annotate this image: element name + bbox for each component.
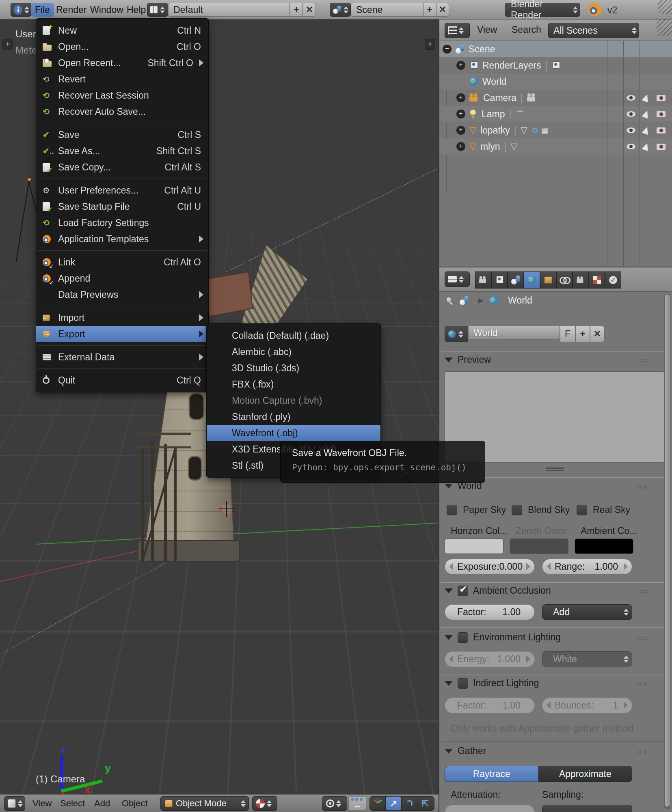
ao-blend-dropdown[interactable]: Add <box>542 604 632 620</box>
translate-manipulator-button[interactable]: ↗ <box>386 797 402 810</box>
file-menu-revert[interactable]: ⟲ Revert <box>36 71 208 87</box>
file-menu-data-previews[interactable]: Data Previews <box>36 286 208 303</box>
export-collada[interactable]: Collada (Default) (.dae) <box>207 327 380 344</box>
file-menu-application-templates[interactable]: Application Templates <box>36 231 208 247</box>
selectability-cursor-icon[interactable] <box>642 110 650 118</box>
export-obj[interactable]: Wavefront (.obj) <box>207 425 380 441</box>
tab-render-layers[interactable] <box>491 271 508 289</box>
rotate-manipulator-button[interactable] <box>402 797 417 810</box>
file-menu-quit[interactable]: QuitCtrl Q <box>36 372 208 388</box>
properties-scrollbar[interactable] <box>664 294 670 809</box>
outliner-row-renderlayers[interactable]: + RenderLayers | <box>439 57 672 73</box>
outliner-row-camera[interactable]: + Camera | <box>439 90 672 106</box>
zenith-color-swatch[interactable] <box>510 538 568 554</box>
selectability-cursor-icon[interactable] <box>642 126 650 135</box>
file-menu-save-startup-file[interactable]: Save Startup FileCtrl U <box>36 198 208 215</box>
pin-icon[interactable] <box>446 297 454 305</box>
screen-layout-icon-selector[interactable] <box>147 3 168 17</box>
file-menu-save-as[interactable]: ✔.. Save As...Shift Ctrl S <box>36 143 208 159</box>
file-menu-export[interactable]: Export <box>36 326 208 342</box>
outliner-editor-type-selector[interactable] <box>445 23 470 38</box>
paper-sky-checkbox[interactable]: Paper Sky <box>447 504 506 515</box>
ambient-color-swatch[interactable] <box>575 538 633 554</box>
menu-render[interactable]: Render <box>52 3 91 17</box>
indirect-lighting-checkbox[interactable] <box>458 678 468 689</box>
ao-checkbox[interactable] <box>458 586 468 596</box>
file-menu-save[interactable]: ✔ SaveCtrl S <box>36 127 208 143</box>
region-resize-grip[interactable] <box>657 19 672 36</box>
visibility-eye-icon[interactable] <box>627 144 635 149</box>
export-3ds[interactable]: 3D Studio (.3ds) <box>207 360 380 376</box>
properties-region-expand-tab[interactable]: + <box>425 39 435 50</box>
panel-drag-handle[interactable] <box>637 590 648 594</box>
sampling-dropdown-cut[interactable] <box>542 805 632 812</box>
fake-user-button[interactable]: F <box>560 326 575 342</box>
tab-object[interactable] <box>540 271 556 289</box>
add-world-button[interactable]: + <box>575 326 590 342</box>
file-menu-link[interactable]: LinkCtrl Alt O <box>36 254 208 270</box>
tab-physics[interactable]: ✓ <box>605 271 621 289</box>
file-menu-load-factory-settings[interactable]: ⟲ Load Factory Settings <box>36 215 208 231</box>
menu-window[interactable]: Window <box>86 3 127 17</box>
file-menu-new[interactable]: NewCtrl N <box>36 22 208 39</box>
outliner-menu-search[interactable]: Search <box>512 24 541 35</box>
selectability-cursor-icon[interactable] <box>642 142 650 151</box>
file-menu-append[interactable]: Append <box>36 270 208 286</box>
viewport-shading-selector[interactable] <box>252 796 277 811</box>
scene-name-field[interactable]: Scene <box>351 3 423 17</box>
export-fbx[interactable]: FBX (.fbx) <box>207 376 380 392</box>
indirect-factor-slider[interactable]: Factor: 1.00 <box>445 698 535 713</box>
viewport-menu-object[interactable]: Object <box>122 796 148 811</box>
file-menu-recover-auto-save[interactable]: ⟲ Recover Auto Save... <box>36 103 208 120</box>
horizon-color-swatch[interactable] <box>445 538 503 554</box>
file-menu-open[interactable]: Open...Ctrl O <box>36 39 208 55</box>
lamp-object[interactable] <box>27 177 32 182</box>
viewport-menu-add[interactable]: Add <box>94 796 110 811</box>
outliner-menu-view[interactable]: View <box>477 24 497 35</box>
export-ply[interactable]: Stanford (.ply) <box>207 409 380 425</box>
viewport-menu-select[interactable]: Select <box>60 796 85 811</box>
pivot-point-selector[interactable] <box>322 796 347 811</box>
visibility-eye-icon[interactable] <box>627 95 635 101</box>
indirect-bounces-slider[interactable]: Bounces: 1 <box>542 698 632 713</box>
tab-scene[interactable] <box>508 271 524 289</box>
approximate-button[interactable]: Approximate <box>539 766 633 782</box>
mode-selector[interactable]: Object Mode <box>160 796 249 811</box>
delete-layout-button[interactable]: ✕ <box>303 3 316 17</box>
outliner-row-scene[interactable]: − Scene <box>439 41 672 57</box>
env-energy-slider[interactable]: Energy: 1.000 <box>445 651 535 667</box>
world-icon[interactable] <box>489 296 498 305</box>
delete-scene-button[interactable]: ✕ <box>436 3 449 17</box>
file-menu-import[interactable]: Import <box>36 310 208 326</box>
range-slider[interactable]: Range: 1.000 <box>542 559 632 575</box>
add-scene-button[interactable]: + <box>423 3 436 17</box>
attenuation-distance-slider-cut[interactable] <box>445 805 535 812</box>
file-menu-open-recent[interactable]: Open Recent...Shift Ctrl O <box>36 55 208 71</box>
menu-help[interactable]: Help <box>123 3 150 17</box>
menu-file[interactable]: File <box>31 3 54 17</box>
tab-constraints[interactable] <box>556 271 573 289</box>
env-lighting-checkbox[interactable] <box>458 632 468 643</box>
properties-editor-type-selector[interactable] <box>445 271 470 287</box>
visibility-eye-icon[interactable] <box>627 127 635 133</box>
expand-icon[interactable]: + <box>456 93 465 102</box>
outliner-row-mlyn[interactable]: + ▽ mlyn | ▽ <box>439 138 672 155</box>
file-menu-user-preferences[interactable]: ⚙ User Preferences...Ctrl Alt U <box>36 182 208 198</box>
render-engine-selector[interactable]: Blender Render <box>505 3 580 17</box>
expand-icon[interactable]: + <box>456 142 465 151</box>
file-menu-external-data[interactable]: External Data <box>36 349 208 365</box>
file-menu-save-copy[interactable]: Save Copy...Ctrl Alt S <box>36 159 208 175</box>
panel-drag-handle[interactable] <box>637 485 648 489</box>
tab-object-data[interactable] <box>573 271 589 289</box>
panel-drag-handle[interactable] <box>637 682 648 686</box>
outliner-row-lamp[interactable]: + Lamp | <box>439 106 672 122</box>
raytrace-button[interactable]: Raytrace <box>445 766 539 782</box>
renderability-camera-icon[interactable] <box>657 95 666 101</box>
outliner-filter-dropdown[interactable]: All Scenes <box>548 23 639 38</box>
panel-drag-handle[interactable] <box>637 359 648 363</box>
unlink-world-button[interactable]: ✕ <box>590 326 605 342</box>
renderability-camera-icon[interactable] <box>657 127 666 134</box>
outliner-row-world[interactable]: World <box>439 73 672 90</box>
blend-sky-checkbox[interactable]: Blend Sky <box>512 504 570 515</box>
manipulate-center-points-button[interactable]: ■■■ ↔ <box>348 796 366 811</box>
